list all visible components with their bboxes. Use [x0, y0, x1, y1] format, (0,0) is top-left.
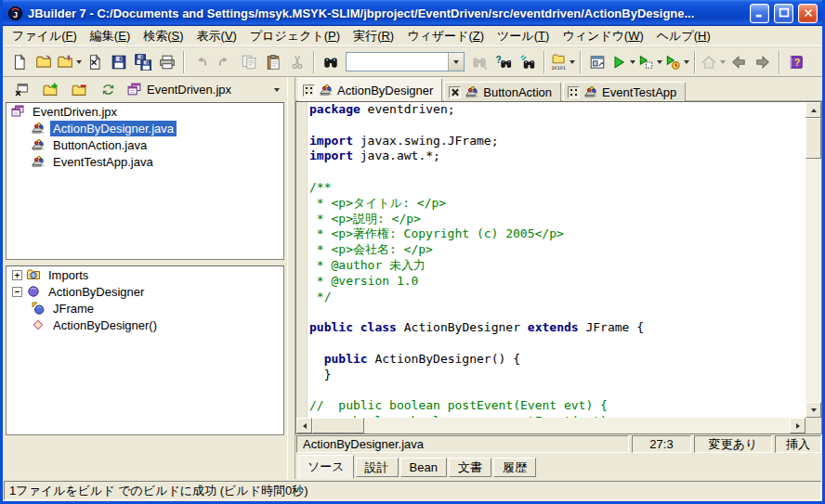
project-tree-item[interactable]: EventDriven.jpx	[7, 103, 283, 120]
view-tab-Bean[interactable]: Bean	[400, 458, 447, 477]
open-file-button[interactable]	[32, 50, 56, 74]
add-file-button[interactable]	[40, 80, 60, 100]
structure-tree[interactable]: +Imports−ActionByDesignerJFrameActionByD…	[6, 265, 284, 435]
status-cursor-position: 27:3	[632, 435, 691, 453]
save-file-button[interactable]	[107, 50, 131, 74]
find-usages-button[interactable]: ?	[491, 50, 516, 74]
run-button[interactable]	[609, 50, 636, 74]
view-tab-ソース[interactable]: ソース	[298, 455, 354, 479]
print-button[interactable]	[155, 50, 179, 74]
close-project-button[interactable]	[11, 80, 32, 100]
project-tree[interactable]: EventDriven.jpxActionByDesigner.javaButt…	[6, 102, 284, 260]
horizontal-scroll-thumb[interactable]	[312, 418, 364, 433]
scroll-up-button[interactable]	[805, 102, 821, 118]
menu-W[interactable]: ウィンドウ(W)	[556, 26, 649, 46]
copy-button[interactable]	[237, 50, 261, 74]
find-button[interactable]	[319, 50, 343, 74]
expand-icon[interactable]: +	[12, 270, 22, 280]
code-line	[309, 118, 805, 134]
structure-tree-item[interactable]: JFrame	[7, 300, 283, 317]
constructor-icon	[31, 317, 46, 332]
search-input[interactable]	[347, 53, 448, 71]
structure-tree-item[interactable]: +Imports	[7, 266, 283, 283]
editor-tab-ActionByDesigner[interactable]: ActionByDesigner	[298, 78, 442, 101]
vertical-scroll-thumb[interactable]	[805, 118, 821, 159]
menu-Z[interactable]: ウィザード(Z)	[400, 26, 491, 46]
maximize-button[interactable]	[774, 4, 793, 23]
search-again-button[interactable]	[467, 50, 491, 74]
redo-button[interactable]	[213, 50, 237, 74]
view-tab-設計[interactable]: 設計	[356, 458, 399, 477]
view-tab-文書[interactable]: 文書	[449, 458, 491, 477]
project-tree-item[interactable]: ButtonAction.java	[7, 136, 283, 153]
vertical-scrollbar[interactable]	[805, 102, 821, 418]
remove-file-button[interactable]	[69, 80, 89, 100]
scroll-right-button[interactable]	[790, 418, 805, 433]
code-editor[interactable]: package eventdriven; import javax.swing.…	[295, 101, 822, 434]
editor-tab-EventTestApp[interactable]: EventTestApp	[563, 82, 686, 101]
reopen-file-button[interactable]	[56, 50, 83, 74]
make-project-button[interactable]: 10101	[549, 50, 576, 74]
project-selector[interactable]: EventDriven.jpx	[126, 82, 280, 97]
code-line: // public boolean postEvent(Event evt) {	[309, 398, 805, 414]
jbuilder-app-icon: J	[7, 6, 23, 21]
java-class-icon	[583, 84, 598, 99]
refresh-icon	[100, 82, 116, 97]
undo-button[interactable]	[189, 50, 213, 74]
cut-button[interactable]	[285, 50, 309, 74]
project-tree-item[interactable]: ActionByDesigner.java	[7, 120, 283, 136]
redo-icon	[216, 54, 233, 71]
project-properties-button[interactable]	[585, 50, 609, 74]
close-file-button[interactable]	[83, 50, 107, 74]
editor-tab-label: EventTestApp	[602, 85, 676, 99]
chevron-down-icon	[630, 60, 635, 64]
search-combo-dropdown[interactable]	[448, 53, 464, 71]
menu-R[interactable]: 実行(R)	[347, 26, 400, 46]
home-button[interactable]	[700, 50, 727, 74]
remove-file-icon	[72, 82, 87, 97]
main-toolbar: ?10101?	[3, 46, 822, 77]
structure-tree-item[interactable]: −ActionByDesigner	[7, 283, 283, 300]
menu-S[interactable]: 検索(S)	[137, 26, 190, 46]
minimize-button[interactable]	[750, 4, 769, 23]
home-icon	[701, 54, 717, 71]
view-tab-履歴[interactable]: 履歴	[493, 458, 536, 477]
window-title: JBuilder 7 - C:/Documents and Settings/m…	[28, 6, 745, 20]
debug-button[interactable]	[636, 50, 663, 74]
menu-F[interactable]: ファイル(F)	[6, 26, 84, 46]
new-file-button[interactable]	[7, 50, 32, 74]
menu-H[interactable]: ヘルプ(H)	[650, 26, 717, 46]
horizontal-scrollbar[interactable]	[296, 418, 805, 433]
back-button[interactable]	[727, 50, 751, 74]
refresh-button[interactable]	[98, 80, 118, 100]
paste-button[interactable]	[261, 50, 285, 74]
chevron-down-icon	[76, 60, 82, 64]
structure-tree-item[interactable]: ActionByDesigner()	[7, 317, 283, 333]
code-line: import java.awt.*;	[309, 149, 805, 164]
help-button[interactable]: ?	[784, 50, 808, 74]
code-line	[309, 164, 805, 180]
menu-E[interactable]: 編集(E)	[84, 26, 137, 46]
scroll-down-button[interactable]	[805, 402, 821, 418]
menu-T[interactable]: ツール(T)	[491, 26, 556, 46]
editor-tab-ButtonAction[interactable]: ButtonAction	[444, 82, 561, 101]
collapse-icon[interactable]: −	[12, 287, 22, 297]
save-all-button[interactable]	[131, 50, 155, 74]
close-button[interactable]	[798, 4, 818, 23]
project-tree-item[interactable]: EventTestApp.java	[7, 153, 283, 170]
close-tab-icon[interactable]	[449, 86, 461, 98]
java-class-icon	[319, 83, 334, 97]
optimize-button[interactable]	[663, 50, 690, 74]
maximize-pane-icon[interactable]	[568, 86, 580, 98]
find-in-path-button[interactable]	[516, 50, 540, 74]
menu-V[interactable]: 表示(V)	[190, 26, 243, 46]
maximize-pane-icon[interactable]	[303, 84, 315, 97]
code-line: * <p>説明: </p>	[309, 212, 805, 227]
vertical-splitter[interactable]	[287, 77, 295, 479]
project-tree-label: EventTestApp.java	[50, 154, 156, 170]
forward-button[interactable]	[751, 50, 775, 74]
title-bar[interactable]: J JBuilder 7 - C:/Documents and Settings…	[3, 0, 822, 26]
scroll-left-button[interactable]	[296, 418, 312, 433]
menu-P[interactable]: プロジェクト(P)	[243, 26, 347, 46]
toolbar-separator	[543, 51, 545, 73]
